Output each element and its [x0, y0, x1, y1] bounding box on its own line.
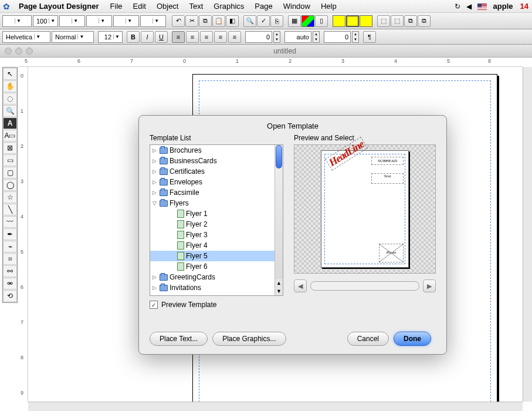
chevron-right-icon[interactable]: ▷ [153, 274, 158, 280]
arrange-2[interactable]: ⬚ [391, 15, 404, 27]
align-force-button[interactable]: ≡ [228, 31, 241, 43]
text-frame-tool-icon[interactable]: A▭ [3, 130, 17, 142]
font-select[interactable]: Helvetica▼ [2, 31, 50, 43]
line-tool-icon[interactable]: ╲ [3, 204, 17, 215]
listbox-scrollbar[interactable]: ▲ ▼ [275, 145, 283, 295]
preview-template-checkbox[interactable]: ✓ Preview Template [150, 301, 283, 309]
vertical-ruler[interactable]: 0123456789 [19, 67, 28, 402]
template-folder[interactable]: ▷Brochures [150, 145, 275, 156]
pilcrow-button[interactable]: ¶ [363, 31, 376, 43]
menu-help[interactable]: Help [316, 2, 342, 11]
grid-button[interactable]: ▦ [288, 15, 301, 27]
italic-button[interactable]: I [141, 31, 154, 43]
menu-object[interactable]: Object [151, 2, 184, 11]
menu-graphics[interactable]: Graphics [208, 2, 249, 11]
arrow-tool-icon[interactable]: ↖ [3, 68, 17, 80]
horizontal-scrollbar[interactable] [28, 402, 523, 411]
preview-scrollbar[interactable] [310, 281, 419, 291]
curve-tool-icon[interactable]: 〰 [3, 216, 17, 228]
template-item[interactable]: Flyer 4 [150, 240, 275, 251]
leading-stepper[interactable]: ▲▼ [313, 31, 320, 43]
text-tool-icon[interactable]: A [3, 117, 17, 129]
link-button[interactable]: ⎘ [270, 15, 283, 27]
horizontal-ruler[interactable]: 5670123458 [19, 58, 523, 67]
template-folder[interactable]: ▷Facsimile [150, 187, 275, 198]
image-frame-tool-icon[interactable]: ⊠ [3, 142, 17, 154]
paste-button[interactable]: 📋 [212, 15, 225, 27]
align-center-button[interactable]: ≡ [186, 31, 199, 43]
align-right-button[interactable]: ≡ [200, 31, 213, 43]
template-folder[interactable]: ▷Envelopes [150, 177, 275, 187]
align-left-button[interactable]: ≡ [172, 31, 185, 43]
scrollbar-thumb[interactable] [276, 145, 282, 169]
font-style-select[interactable]: Normal▼ [52, 31, 94, 43]
baseline-input[interactable]: 0 [324, 31, 351, 43]
template-item[interactable]: Flyer 1 [150, 208, 275, 219]
menu-file[interactable]: File [105, 2, 128, 11]
template-folder[interactable]: ▷Invitations [150, 282, 275, 293]
select-3[interactable]: ▼ [59, 15, 85, 27]
rotate-tool-icon[interactable]: ⟲ [3, 290, 17, 302]
user-menu[interactable]: apple [490, 2, 517, 11]
tracking-stepper[interactable]: ▲▼ [273, 31, 280, 43]
select-4[interactable]: ▼ [86, 15, 112, 27]
chevron-right-icon[interactable]: ▷ [153, 147, 158, 153]
pen-tool-icon[interactable]: ✒ [3, 228, 17, 240]
style-select[interactable]: ▼ [2, 15, 32, 27]
zoom-tool-icon[interactable]: 🔍 [3, 105, 17, 117]
zoom-select[interactable]: 100▼ [33, 15, 58, 27]
place-text-button[interactable]: Place Text... [150, 332, 208, 346]
find-button[interactable]: 🔍 [243, 15, 256, 27]
menu-page[interactable]: Page [249, 2, 277, 11]
chevron-right-icon[interactable]: ▷ [153, 179, 158, 185]
tracking-input[interactable]: 0 [245, 31, 272, 43]
volume-icon[interactable]: ◀ [463, 2, 475, 11]
template-folder[interactable]: ▽Flyers [150, 198, 275, 208]
menu-window[interactable]: Window [278, 2, 316, 11]
menu-edit[interactable]: Edit [128, 2, 151, 11]
page-button[interactable]: ▯ [315, 15, 328, 27]
cut-button[interactable]: ✂ [185, 15, 198, 27]
checkbox-icon[interactable]: ✓ [150, 301, 158, 309]
tools-palette[interactable]: ↖ ✋ ◌ 🔍 A A▭ ⊠ ▭ ▢ ◯ ☆ ╲ 〰 ✒ ⌁ ⌗ ⚯ ⚮ ⟲ [2, 67, 18, 303]
chevron-right-icon[interactable]: ▷ [153, 285, 158, 291]
roundrect-tool-icon[interactable]: ▢ [3, 167, 17, 178]
template-folder[interactable]: ▷BusinessCards [150, 156, 275, 166]
bezier-tool-icon[interactable]: ⌁ [3, 241, 17, 252]
highlight-center[interactable] [346, 15, 359, 27]
template-item[interactable]: Flyer 5 [150, 251, 275, 261]
select-5[interactable]: ▼ [113, 15, 139, 27]
spell-button[interactable]: ✓ [257, 15, 270, 27]
template-listbox[interactable]: ▷Brochures▷BusinessCards▷Certificates▷En… [150, 144, 283, 296]
sync-icon[interactable]: ↻ [452, 2, 463, 11]
highlight-left[interactable] [333, 15, 345, 27]
template-folder[interactable]: ▷Certificates [150, 166, 275, 177]
app-menu[interactable]: Page Layout Designer [13, 2, 105, 11]
copy-button[interactable]: ⧉ [199, 15, 212, 27]
leading-input[interactable]: auto [284, 31, 311, 43]
unlink-tool-icon[interactable]: ⚮ [3, 278, 17, 289]
template-item[interactable]: Flyer 2 [150, 219, 275, 230]
chevron-right-icon[interactable]: ▷ [153, 169, 158, 174]
scroll-down-icon[interactable]: ▼ [275, 287, 283, 295]
template-item[interactable]: Flyer 3 [150, 230, 275, 240]
template-folder[interactable]: ▷GreetingCards [150, 272, 275, 282]
done-button[interactable]: Done [394, 332, 431, 346]
font-size-select[interactable]: 12▼ [98, 31, 123, 43]
arrange-3[interactable]: ⧉ [404, 15, 417, 27]
arrange-1[interactable]: ⬚ [377, 15, 390, 27]
vertical-scrollbar[interactable] [523, 67, 532, 402]
baseline-stepper[interactable]: ▲▼ [352, 31, 359, 43]
marquee-tool-icon[interactable]: ◌ [3, 93, 17, 105]
rect-tool-icon[interactable]: ▭ [3, 154, 17, 166]
star-tool-icon[interactable]: ☆ [3, 191, 17, 203]
template-item[interactable]: Flyer 6 [150, 261, 275, 272]
menu-text[interactable]: Text [184, 2, 208, 11]
arrange-4[interactable]: ⧉ [418, 15, 431, 27]
chevron-down-icon[interactable]: ▽ [153, 200, 158, 206]
hand-tool-icon[interactable]: ✋ [3, 80, 17, 92]
place-graphics-button[interactable]: Place Graphics... [212, 332, 286, 346]
align-justify-button[interactable]: ≡ [214, 31, 227, 43]
select-6[interactable]: ▼ [140, 15, 166, 27]
highlight-right[interactable] [360, 15, 372, 27]
